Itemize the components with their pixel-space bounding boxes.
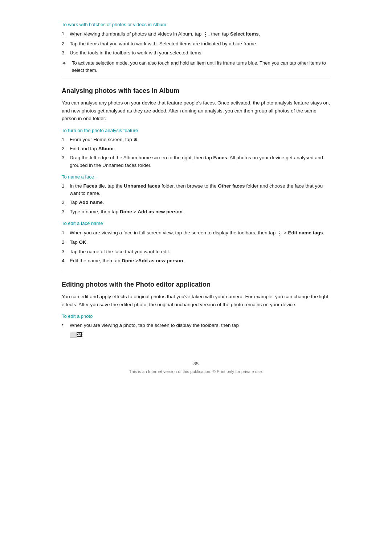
batch-step-2: 2 Tap the items that you want to work wi…	[62, 40, 330, 48]
bold-album: Album	[98, 146, 114, 151]
edit-photo-bullet-item: • When you are viewing a photo, tap the …	[62, 322, 330, 339]
step-num: 3	[62, 154, 70, 169]
nf-step-3: 3 Type a name, then tap Done > Add as ne…	[62, 208, 330, 216]
step-text: From your Home screen, tap ⊕.	[70, 136, 139, 143]
photo-editor-icon: ⬜🖼	[70, 331, 83, 339]
bold-add-new-person2: Add as new person	[138, 258, 183, 263]
editing-body: You can edit and apply effects to origin…	[62, 293, 330, 308]
ef-step-4: 4 Edit the name, then tap Done >Add as n…	[62, 257, 330, 264]
analysing-body: You can analyse any photos on your devic…	[62, 99, 330, 123]
edit-face-link[interactable]: To edit a face name	[62, 221, 330, 226]
bold-add-new-person1: Add as new person	[138, 209, 183, 214]
menu-icon2: ⋮	[277, 229, 282, 237]
step-num: 2	[62, 199, 70, 206]
step-text: Drag the left edge of the Album home scr…	[70, 154, 330, 169]
photo-analysis-steps: 1 From your Home screen, tap ⊕. 2 Find a…	[62, 136, 330, 169]
ef-step-2: 2 Tap OK.	[62, 239, 330, 246]
step-text: Use the tools in the toolbars to work wi…	[70, 49, 203, 57]
batch-steps-list: 1 When viewing thumbnails of photos and …	[62, 30, 330, 57]
page-footer: 85 This is an Internet version of this p…	[62, 361, 330, 374]
section-divider-1: Analysing photos with faces in Album You…	[62, 78, 330, 264]
bold-ok: OK	[79, 239, 86, 245]
divider-line	[62, 78, 330, 78]
step-num: 4	[62, 257, 70, 264]
bullet-char: •	[62, 322, 70, 339]
bold-done2: Done	[122, 258, 134, 263]
step-num: 1	[62, 182, 70, 197]
step-num: 1	[62, 30, 70, 38]
batch-section-link[interactable]: To work with batches of photos or videos…	[62, 22, 330, 27]
tip-row: ✦ To activate selection mode, you can al…	[62, 59, 330, 74]
photo-analysis-link[interactable]: To turn on the photo analysis feature	[62, 128, 330, 133]
batch-step-1: 1 When viewing thumbnails of photos and …	[62, 30, 330, 38]
bold-unnamed-faces: Unnamed faces	[124, 183, 160, 189]
step-num: 2	[62, 239, 70, 246]
name-face-link[interactable]: To name a face	[62, 174, 330, 180]
step-text: In the Faces tile, tap the Unnamed faces…	[70, 182, 330, 197]
name-face-steps: 1 In the Faces tile, tap the Unnamed fac…	[62, 182, 330, 216]
editing-section: Editing photos with the Photo editor app…	[62, 272, 330, 339]
pa-step-2: 2 Find and tap Album.	[62, 145, 330, 152]
bullet-text-content: When you are viewing a photo, tap the sc…	[70, 323, 239, 328]
step-text: Tap Add name.	[70, 199, 104, 206]
step-num: 3	[62, 208, 70, 216]
step-text: Type a name, then tap Done > Add as new …	[70, 208, 184, 216]
step-text: Tap the items that you want to work with…	[70, 40, 257, 48]
edit-photo-link[interactable]: To edit a photo	[62, 313, 330, 319]
step-text: When you are viewing a face in full scre…	[70, 229, 324, 237]
step-num: 3	[62, 49, 70, 57]
step-text: When viewing thumbnails of photos and vi…	[70, 30, 260, 38]
edit-face-steps: 1 When you are viewing a face in full sc…	[62, 229, 330, 264]
tip-text: To activate selection mode, you can also…	[72, 59, 330, 74]
nf-step-1: 1 In the Faces tile, tap the Unnamed fac…	[62, 182, 330, 197]
page-container: To work with batches of photos or videos…	[54, 0, 338, 554]
bold-done1: Done	[120, 209, 132, 214]
tip-icon: ✦	[62, 60, 72, 74]
step-text: Edit the name, then tap Done >Add as new…	[70, 257, 184, 264]
edit-photo-bullet-text: When you are viewing a photo, tap the sc…	[70, 322, 239, 339]
bold-select-items: Select items	[230, 31, 259, 37]
pa-step-3: 3 Drag the left edge of the Album home s…	[62, 154, 330, 169]
analysing-heading: Analysing photos with faces in Album	[62, 87, 330, 95]
step-num: 2	[62, 145, 70, 152]
step-text: Find and tap Album.	[70, 145, 115, 152]
step-num: 3	[62, 248, 70, 255]
ef-step-3: 3 Tap the name of the face that you want…	[62, 248, 330, 255]
page-number: 85	[62, 361, 330, 366]
bold-faces: Faces	[213, 155, 227, 160]
divider-line2	[62, 272, 330, 272]
bold-faces2: Faces	[83, 183, 97, 189]
bold-edit-name-tags: Edit name tags	[288, 230, 323, 235]
step-text: Tap OK.	[70, 239, 88, 246]
ef-step-1: 1 When you are viewing a face in full sc…	[62, 229, 330, 237]
editing-heading: Editing photos with the Photo editor app…	[62, 281, 330, 288]
home-icon: ⊕	[134, 136, 138, 143]
step-num: 1	[62, 136, 70, 143]
batch-step-3: 3 Use the tools in the toolbars to work …	[62, 49, 330, 57]
footer-note: This is an Internet version of this publ…	[62, 369, 330, 374]
menu-icon: ⋮	[203, 30, 208, 38]
step-num: 1	[62, 229, 70, 237]
pa-step-1: 1 From your Home screen, tap ⊕.	[62, 136, 330, 143]
bold-other-faces: Other faces	[218, 183, 245, 189]
step-text: Tap the name of the face that you want t…	[70, 248, 170, 255]
step-num: 2	[62, 40, 70, 48]
nf-step-2: 2 Tap Add name.	[62, 199, 330, 206]
bold-add-name: Add name	[79, 200, 103, 205]
